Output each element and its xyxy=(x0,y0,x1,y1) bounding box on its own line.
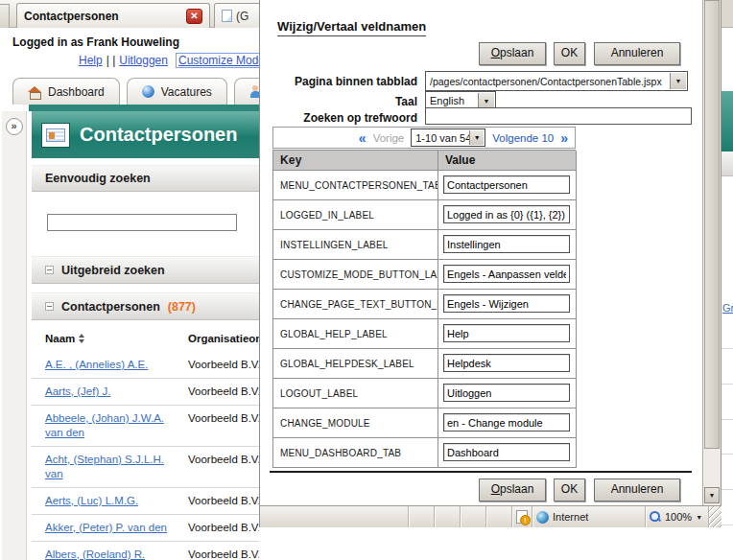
table-row: LOGGED_IN_LABEL xyxy=(273,200,576,230)
section-simple-search[interactable]: Eenvoudig zoeken xyxy=(32,165,259,192)
collapse-icon[interactable] xyxy=(45,302,54,311)
chevron-down-icon[interactable]: ▼ xyxy=(696,514,702,521)
scrollbar-thumb[interactable] xyxy=(704,0,720,449)
zoom-level: 100% xyxy=(665,511,692,523)
browser-tab-next[interactable]: (G xyxy=(214,3,259,28)
results-count: (877) xyxy=(168,300,196,314)
keyword-input[interactable] xyxy=(425,107,692,125)
ok-button[interactable]: OK xyxy=(554,42,585,65)
section-label: Contactpersonen xyxy=(61,300,160,314)
logout-link[interactable]: Uitloggen xyxy=(119,54,168,67)
browser-tab-label: Contactpersonen xyxy=(24,10,119,23)
column-value: Value xyxy=(438,151,577,171)
page-header: Contactpersonen xyxy=(32,111,259,158)
collapse-icon[interactable] xyxy=(45,266,54,274)
accent-divider xyxy=(29,105,259,111)
sort-icon[interactable] xyxy=(79,334,85,343)
cancel-button[interactable]: Annuleren xyxy=(594,42,680,65)
previous-icon[interactable]: « xyxy=(359,131,366,145)
page-select-value: /pages/contactpersonen/ContactpersonenTa… xyxy=(430,76,662,87)
table-row: LOGOUT_LABEL xyxy=(273,379,576,408)
help-link[interactable]: Help xyxy=(79,54,103,67)
dialog-scrollbar[interactable]: ▼ xyxy=(702,0,721,505)
browser-tab-label: (G xyxy=(236,10,248,23)
browser-tab-stub[interactable] xyxy=(0,4,10,28)
clipped-link[interactable]: Gr xyxy=(722,302,733,314)
scroll-down-icon[interactable]: ▼ xyxy=(704,487,720,503)
simple-search-input[interactable] xyxy=(47,214,237,231)
translation-value-input[interactable] xyxy=(443,265,570,283)
contact-name-link[interactable]: Albers, (Roeland) R. xyxy=(45,548,188,560)
translations-table: Key Value MENU_CONTACTPERSONEN_TAB LOGGE… xyxy=(272,150,576,468)
main-nav-tabs: Dashboard Vacatures Kandida xyxy=(12,78,259,105)
translation-value-cell xyxy=(438,408,577,438)
translation-value-cell xyxy=(438,290,577,319)
translation-value-input[interactable] xyxy=(443,235,570,253)
contact-org: Voorbeeld B.V. xyxy=(188,494,259,508)
expand-sidebar-button[interactable]: » xyxy=(6,118,23,135)
save-button[interactable]: Opslaan xyxy=(479,478,546,502)
page-select-label: Pagina binnen tabblad xyxy=(260,75,417,88)
row-divider xyxy=(721,419,733,420)
next-icon[interactable]: » xyxy=(560,131,568,145)
next-label[interactable]: Volgende 10 xyxy=(492,132,554,144)
home-icon xyxy=(28,86,41,98)
zoom-control[interactable]: 100% ▼ xyxy=(646,506,709,527)
translation-value-input[interactable] xyxy=(443,324,570,342)
table-row: GLOBAL_HELP_LABEL xyxy=(273,319,576,349)
section-label: Uitgebreid zoeken xyxy=(61,264,165,277)
contact-org: Voorbeeld B.V. xyxy=(188,521,259,535)
page-range-select[interactable]: 1-10 van 54 ▼ xyxy=(411,128,485,147)
section-advanced-search[interactable]: Uitgebreid zoeken xyxy=(32,256,259,284)
tab-dashboard[interactable]: Dashboard xyxy=(12,78,120,105)
table-row: MENU_CONTACTPERSONEN_TAB xyxy=(273,171,576,200)
page-icon xyxy=(222,10,232,22)
chevron-down-icon[interactable]: ▼ xyxy=(670,73,686,89)
protected-mode-cell xyxy=(512,506,532,527)
translation-key: GLOBAL_HELPDESK_LABEL xyxy=(273,349,438,379)
browser-tab-contactpersonen[interactable]: Contactpersonen ✕ xyxy=(16,3,210,28)
chevron-down-icon[interactable]: ▼ xyxy=(469,130,484,145)
translation-key: LOGGED_IN_LABEL xyxy=(273,200,438,230)
contact-name-link[interactable]: Aarts, (Jef) J. xyxy=(45,385,188,399)
status-cell xyxy=(461,506,486,527)
save-button[interactable]: Opslaan xyxy=(479,42,546,65)
contact-name-link[interactable]: Akker, (Peter) P. van den xyxy=(45,521,188,535)
dialog-status-bar: Internet 100% ▼ xyxy=(260,505,722,527)
contact-name-link[interactable]: Acht, (Stephan) S.J.L.H. van xyxy=(45,453,188,481)
contact-name-link[interactable]: Abbeele, (Johan) J.W.A. van den xyxy=(45,411,188,440)
translation-value-input[interactable] xyxy=(443,354,570,372)
ok-button[interactable]: OK xyxy=(554,478,585,502)
table-row: Aarts, (Jef) J. Voorbeeld B.V. xyxy=(32,379,259,406)
protected-mode-icon xyxy=(516,510,528,524)
translation-value-input[interactable] xyxy=(443,294,570,313)
keyword-label: Zoeken op trefwoord xyxy=(260,111,417,125)
separator xyxy=(270,471,692,473)
resize-grip[interactable] xyxy=(709,506,722,527)
page-select[interactable]: /pages/contactpersonen/ContactpersonenTa… xyxy=(425,71,688,91)
tab-vacatures[interactable]: Vacatures xyxy=(127,78,227,105)
translation-value-input[interactable] xyxy=(443,205,570,223)
translation-value-cell xyxy=(438,438,577,468)
table-row: Akker, (Peter) P. van den Voorbeeld B.V. xyxy=(32,515,259,542)
translation-value-input[interactable] xyxy=(443,443,570,461)
contact-name-link[interactable]: Aerts, (Luc) L.M.G. xyxy=(45,494,188,508)
contact-name-link[interactable]: A.E. , (Annelies) A.E. xyxy=(45,358,188,372)
column-naam[interactable]: Naam xyxy=(45,333,85,344)
section-results[interactable]: Contactpersonen (877) xyxy=(32,292,259,320)
cancel-button[interactable]: Annuleren xyxy=(594,478,680,502)
translation-value-input[interactable] xyxy=(443,384,570,402)
chevron-down-icon[interactable]: ▼ xyxy=(478,93,494,108)
customize-mode-link[interactable]: Customize Mode xyxy=(176,53,259,68)
translation-value-input[interactable] xyxy=(443,413,570,432)
translate-fields-dialog: Wijzig/Vertaal veldnamen Opslaan OK Annu… xyxy=(259,0,721,527)
logged-in-text: Logged in as Frank Houweling xyxy=(12,35,179,49)
tab-kandidaten[interactable]: Kandida xyxy=(234,78,259,105)
translation-value-cell xyxy=(438,260,577,290)
page-title: Contactpersonen xyxy=(80,124,237,146)
translation-key: LOGOUT_LABEL xyxy=(273,379,438,408)
vacancies-icon xyxy=(142,85,154,98)
language-select-value: English xyxy=(430,95,464,106)
close-icon[interactable]: ✕ xyxy=(186,9,202,24)
translation-value-input[interactable] xyxy=(443,175,570,194)
